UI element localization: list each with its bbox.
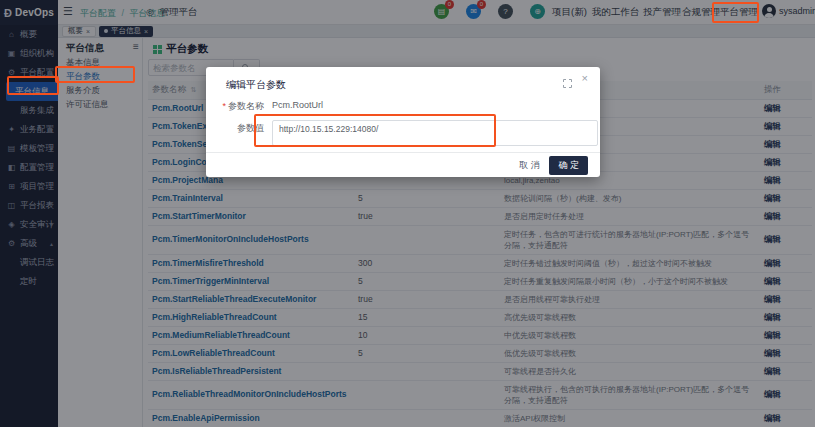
close-icon[interactable]: ×: [582, 72, 588, 84]
param-name-label: *参数名称: [206, 98, 264, 113]
param-value-input[interactable]: http://10.15.15.229:14080/: [272, 120, 598, 146]
required-asterisk: *: [222, 101, 226, 111]
fullscreen-icon[interactable]: [563, 74, 572, 92]
dialog-footer: 取 消 确 定: [206, 152, 600, 177]
confirm-button[interactable]: 确 定: [549, 156, 588, 175]
dialog-title: 编辑平台参数: [226, 79, 286, 90]
param-name-value: Pcm.RootUrl: [272, 98, 323, 110]
app-window: Ɖ DevOps ☰ 平台配置 / 平台信息 ◎ 管理平台 ▤0✉0?⊕ 项目(…: [0, 0, 815, 427]
dialog-header: 编辑平台参数 ×: [206, 67, 600, 91]
param-value-row: 参数值 http://10.15.15.229:14080/: [206, 120, 600, 146]
param-value-label: 参数值: [206, 120, 264, 135]
modal-backdrop: [0, 0, 815, 427]
edit-parameter-dialog: 编辑平台参数 × *参数名称 Pcm.RootUrl 参数值 http://10…: [206, 67, 600, 177]
cancel-button[interactable]: 取 消: [519, 159, 540, 172]
param-name-row: *参数名称 Pcm.RootUrl: [206, 98, 600, 113]
